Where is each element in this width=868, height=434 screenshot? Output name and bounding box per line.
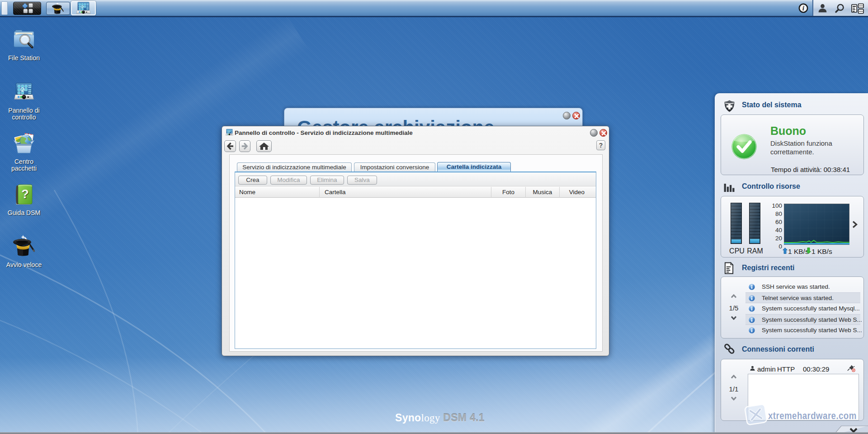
- svg-text:i: i: [802, 5, 804, 12]
